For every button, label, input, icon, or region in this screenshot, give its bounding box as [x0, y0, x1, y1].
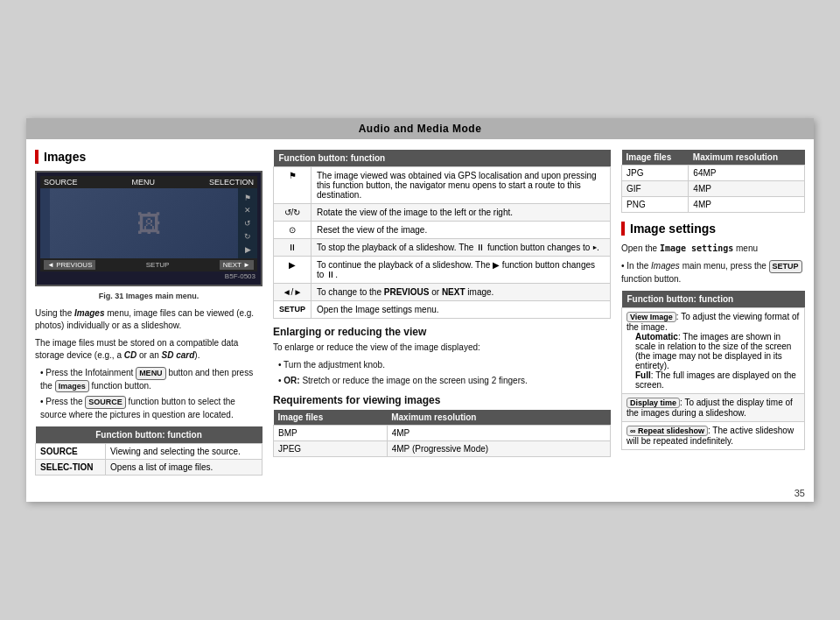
func-right-auto: Automatic: The images are shown in scale…: [635, 332, 800, 370]
func-icon-prevnext: ◄/►: [274, 284, 312, 301]
fig-label: Fig. 31: [99, 292, 124, 300]
func-desc-gps: The image viewed was obtained via GPS lo…: [312, 167, 611, 204]
function-table-middle: Function button: function ⚑ The image vi…: [273, 150, 611, 319]
enlarging-bullet-2: OR: Stretch or reduce the image on the s…: [278, 375, 611, 387]
req-res-bmp: 4MP: [387, 426, 610, 441]
func-icon-pause: ⏸: [274, 239, 312, 257]
screen-icon-2: ✕: [244, 206, 251, 215]
screen-setup-btn: SETUP: [146, 261, 170, 269]
requirements-table: Image files Maximum resolution BMP 4MP J…: [273, 410, 611, 457]
screen-source-label: SOURCE: [44, 178, 78, 187]
func-table-left-header: Function button: function: [36, 426, 262, 444]
table-row: JPEG 4MP (Progressive Mode): [274, 441, 611, 457]
table-row: Display time: To adjust the display time…: [622, 393, 805, 421]
screen-main: 🖼 ⚑ ✕ ↺ ↻ ▶: [40, 188, 257, 258]
monospace-label: Image settings: [660, 243, 733, 253]
fig-caption-text: Images main menu.: [126, 292, 200, 300]
req-header-res: Maximum resolution: [387, 410, 610, 426]
func-right-repeat: ∞ Repeat slideshow: The active slideshow…: [622, 421, 805, 449]
func-desc-pause: To stop the playback of a slideshow. The…: [312, 239, 611, 257]
func-right-display-time: Display time: To adjust the display time…: [622, 393, 805, 421]
img-res-png: 4MP: [689, 197, 805, 213]
source-desc: Viewing and selecting the source.: [106, 443, 262, 459]
display-time-tag: Display time: [626, 398, 680, 408]
images-btn-inline: Images: [55, 380, 89, 393]
func-table-right-header: Function button: function: [622, 291, 805, 308]
req-heading: Requirements for viewing images: [273, 394, 611, 406]
req-file-bmp: BMP: [274, 426, 388, 441]
func-right-full: Full: The full images are displayed on t…: [635, 370, 800, 390]
screen-icon-4: ↻: [244, 232, 251, 241]
screen-previous-btn: ◄ PREVIOUS: [44, 260, 95, 270]
table-row: GIF 4MP: [622, 181, 805, 197]
screen-icon-3: ↺: [244, 219, 251, 228]
img-file-jpg: JPG: [622, 166, 689, 181]
image-settings-title: Image settings: [621, 222, 805, 236]
func-table-mid-header: Function button: function: [274, 150, 611, 167]
screen-bottom-bar: ◄ PREVIOUS SETUP NEXT ►: [40, 258, 257, 271]
repeat-slideshow-tag: ∞ Repeat slideshow: [626, 426, 708, 436]
source-label: SOURCE: [40, 447, 78, 456]
table-row: SOURCE Viewing and selecting the source.: [36, 443, 262, 459]
selection-desc: Opens a list of image files.: [106, 459, 262, 475]
table-row: ↺/↻ Rotate the view of the image to the …: [274, 204, 611, 222]
fig-caption: Fig. 31 Images main menu.: [35, 292, 262, 300]
screen-selection-label: SELECTION: [209, 178, 254, 187]
page-number: 35: [26, 484, 814, 502]
function-table-left: Function button: function SOURCE Viewing…: [35, 426, 262, 476]
img-res-gif: 4MP: [689, 181, 805, 197]
table-row: ∞ Repeat slideshow: The active slideshow…: [622, 421, 805, 449]
table-row: View Image: To adjust the viewing format…: [622, 307, 805, 393]
func-desc-prevnext: To change to the PREVIOUS or NEXT image.: [312, 284, 611, 301]
menu-btn-inline: MENU: [136, 367, 166, 380]
screen-sidebar: ⚑ ✕ ↺ ↻ ▶: [238, 188, 257, 258]
img-file-png: PNG: [622, 197, 689, 213]
table-row: SELEC-TION Opens a list of image files.: [36, 459, 262, 475]
function-table-right: Function button: function View Image: To…: [621, 291, 805, 450]
page: Audio and Media Mode Images SOURCE MENU …: [26, 118, 814, 502]
func-icon-play: ▶: [274, 257, 312, 284]
img-files-header-file: Image files: [622, 150, 689, 166]
setup-btn-right: SETUP: [769, 260, 802, 273]
header-title: Audio and Media Mode: [359, 123, 482, 135]
screen-next-btn: NEXT ►: [220, 260, 254, 270]
func-icon-flag: ⚑: [274, 167, 312, 204]
table-row: SETUP Open the Image settings menu.: [274, 301, 611, 319]
img-file-gif: GIF: [622, 181, 689, 197]
table-row: PNG 4MP: [622, 197, 805, 213]
open-menu-text: Open the Image settings menu: [621, 243, 805, 255]
body-text-2: The image files must be stored on a comp…: [35, 337, 262, 362]
screen-icon-5: ▶: [245, 245, 251, 254]
selection-label: SELEC-TION: [40, 462, 94, 472]
func-desc-play: To continue the playback of a slideshow.…: [312, 257, 611, 284]
right-column: Image files Maximum resolution JPG 64MP …: [621, 150, 805, 476]
left-column: Images SOURCE MENU SELECTION 🖼 ⚑ ✕ ↺: [35, 150, 262, 476]
source-btn-inline: SOURCE: [85, 396, 126, 409]
header-bar: Audio and Media Mode: [26, 118, 814, 139]
images-section-title: Images: [35, 150, 262, 164]
middle-column: Function button: function ⚑ The image vi…: [273, 150, 611, 476]
func-icon-reset: ⊙: [274, 222, 312, 239]
table-row: ⏸ To stop the playback of a slideshow. T…: [274, 239, 611, 257]
img-res-jpg: 64MP: [689, 166, 805, 181]
device-screen: SOURCE MENU SELECTION 🖼 ⚑ ✕ ↺ ↻ ▶: [35, 171, 262, 286]
func-icon-rotate: ↺/↻: [274, 204, 312, 222]
enlarging-heading: Enlarging or reducing the view: [273, 326, 611, 338]
img-files-header-res: Maximum resolution: [689, 150, 805, 166]
screen-image-area: 🖼: [50, 188, 248, 258]
bullet-2: Press the SOURCE function button to sele…: [40, 396, 262, 421]
screen-image-placeholder: 🖼: [136, 209, 161, 238]
func-desc-rotate: Rotate the view of the image to the left…: [312, 204, 611, 222]
screen-menu-label: MENU: [132, 178, 156, 187]
req-file-jpeg: JPEG: [274, 441, 388, 457]
screen-top-bar: SOURCE MENU SELECTION: [40, 176, 257, 188]
table-row: ⊙ Reset the view of the image.: [274, 222, 611, 239]
func-icon-setup: SETUP: [274, 301, 312, 319]
table-row: BMP 4MP: [274, 426, 611, 441]
req-res-jpeg: 4MP (Progressive Mode): [387, 441, 610, 457]
enlarging-body: To enlarge or reduce the view of the ima…: [273, 342, 611, 354]
func-right-view-image: View Image: To adjust the viewing format…: [622, 307, 805, 393]
table-row: ⚑ The image viewed was obtained via GPS …: [274, 167, 611, 204]
func-desc-setup: Open the Image settings menu.: [312, 301, 611, 319]
open-menu-sub: • In the Images main menu, press the SET…: [621, 260, 805, 285]
